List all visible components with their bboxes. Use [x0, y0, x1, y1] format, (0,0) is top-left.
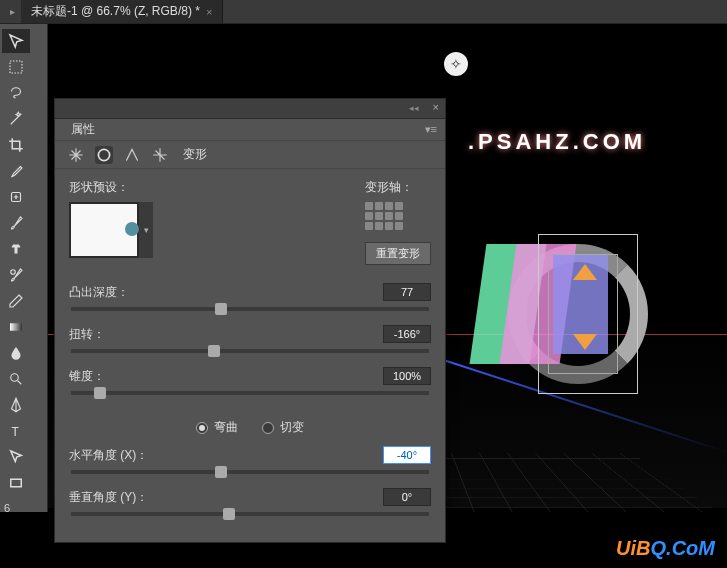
- svg-point-4: [11, 374, 19, 382]
- taper-slider[interactable]: [71, 391, 429, 395]
- canvas-text: .PSAHZ.COM: [468, 129, 646, 155]
- history-brush-tool[interactable]: [2, 263, 30, 287]
- sliders-section: 凸出深度： 扭转： 锥度：: [55, 275, 445, 542]
- taper-value-input[interactable]: [383, 367, 431, 385]
- bend-radio[interactable]: 弯曲: [196, 419, 238, 436]
- shear-radio[interactable]: 切变: [262, 419, 304, 436]
- marquee-tool[interactable]: [2, 55, 30, 79]
- type-tool[interactable]: T: [2, 419, 30, 443]
- lasso-tool[interactable]: [2, 81, 30, 105]
- svg-point-7: [98, 149, 109, 160]
- document-tab-bar: ▸ 未标题-1 @ 66.7% (Z, RGB/8) * ×: [0, 0, 727, 24]
- dodge-tool[interactable]: [2, 367, 30, 391]
- axis-grid[interactable]: [365, 202, 403, 230]
- svg-rect-0: [10, 61, 22, 73]
- close-icon[interactable]: ×: [206, 6, 212, 18]
- twist-row: 扭转：: [69, 325, 431, 353]
- widget-icon[interactable]: ✧: [444, 52, 468, 76]
- clone-stamp-tool[interactable]: [2, 237, 30, 261]
- hangle-label: 水平角度 (X)：: [69, 447, 148, 464]
- vangle-label: 垂直角度 (Y)：: [69, 489, 148, 506]
- gradient-tool[interactable]: [2, 315, 30, 339]
- twist-value-input[interactable]: [383, 325, 431, 343]
- reset-deform-button[interactable]: 重置变形: [365, 242, 431, 265]
- magic-wand-tool[interactable]: [2, 107, 30, 131]
- vangle-value-input[interactable]: [383, 488, 431, 506]
- mode-icons-row: 变形: [55, 141, 445, 169]
- crop-tool[interactable]: [2, 133, 30, 157]
- main-area: T 6 .PSAHZ.COM ✧: [0, 24, 727, 568]
- hangle-slider[interactable]: [71, 470, 429, 474]
- svg-rect-3: [10, 323, 22, 331]
- hangle-value-input[interactable]: [383, 446, 431, 464]
- pen-tool[interactable]: [2, 393, 30, 417]
- extrude-slider[interactable]: [71, 307, 429, 311]
- eyedropper-tool[interactable]: [2, 159, 30, 183]
- radio-dot-icon: [196, 422, 208, 434]
- app-window: ▸ 未标题-1 @ 66.7% (Z, RGB/8) * × T 6: [0, 0, 727, 568]
- document-tab[interactable]: 未标题-1 @ 66.7% (Z, RGB/8) * ×: [21, 0, 223, 23]
- bend-shear-radios: 弯曲 切变: [69, 409, 431, 446]
- radio-dot-icon: [262, 422, 274, 434]
- horizontal-angle-row: 水平角度 (X)：: [69, 446, 431, 474]
- preset-dropdown-icon[interactable]: ▾: [139, 202, 153, 258]
- properties-panel: ◂◂ × 属性 ▾≡ 变形 形状预设： ▾: [54, 98, 446, 543]
- twist-slider[interactable]: [71, 349, 429, 353]
- taper-row: 锥度：: [69, 367, 431, 395]
- vangle-slider[interactable]: [71, 512, 429, 516]
- taper-label: 锥度：: [69, 368, 105, 385]
- tools-toolbar: T 6: [0, 24, 48, 568]
- vertical-angle-row: 垂直角度 (Y)：: [69, 488, 431, 516]
- tab-title: 未标题-1 @ 66.7% (Z, RGB/8) *: [31, 3, 200, 20]
- panel-header[interactable]: ◂◂ ×: [55, 99, 445, 119]
- inner-bounding-box[interactable]: [548, 254, 618, 374]
- expand-panels-icon[interactable]: ▸: [4, 6, 21, 17]
- preset-label: 形状预设：: [69, 179, 153, 196]
- cap-icon[interactable]: [123, 146, 141, 164]
- svg-point-2: [11, 270, 16, 275]
- deform-icon[interactable]: [95, 146, 113, 164]
- watermark: UiBQ.CoM: [616, 537, 715, 560]
- panel-tab-row: 属性 ▾≡: [55, 119, 445, 141]
- brush-tool[interactable]: [2, 211, 30, 235]
- mesh-icon[interactable]: [67, 146, 85, 164]
- svg-text:T: T: [12, 425, 20, 439]
- mode-label: 变形: [183, 146, 207, 163]
- axis-label: 变形轴：: [365, 179, 431, 196]
- path-selection-tool[interactable]: [2, 445, 30, 469]
- object-3d[interactable]: [478, 224, 658, 404]
- eraser-tool[interactable]: [2, 289, 30, 313]
- preset-row: 形状预设： ▾ 变形轴： 重置变形: [55, 169, 445, 275]
- twist-label: 扭转：: [69, 326, 105, 343]
- rectangle-tool[interactable]: [2, 471, 30, 495]
- coordinates-icon[interactable]: [151, 146, 169, 164]
- svg-rect-6: [11, 479, 22, 487]
- collapse-icon[interactable]: ◂◂: [409, 103, 419, 113]
- preset-thumbnail[interactable]: [69, 202, 139, 258]
- move-tool[interactable]: [2, 29, 30, 53]
- extrude-label: 凸出深度：: [69, 284, 129, 301]
- panel-tab-properties[interactable]: 属性: [63, 119, 103, 140]
- close-icon[interactable]: ×: [433, 101, 439, 113]
- healing-brush-tool[interactable]: [2, 185, 30, 209]
- blur-tool[interactable]: [2, 341, 30, 365]
- panel-menu-icon[interactable]: ▾≡: [425, 123, 437, 136]
- extrude-depth-row: 凸出深度：: [69, 283, 431, 311]
- extrude-value-input[interactable]: [383, 283, 431, 301]
